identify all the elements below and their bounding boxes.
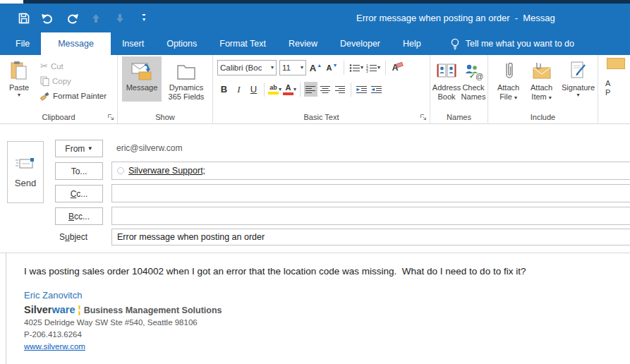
tab-help[interactable]: Help [392,32,432,55]
save-button[interactable] [17,11,31,25]
names-group-label: Names [430,113,487,121]
subject-label: Subject [59,232,87,242]
window-title: Error message when posting an order - Me… [356,13,555,23]
decrease-indent-icon [356,85,368,94]
font-color-dropdown-arrow: ▾ [293,87,296,92]
check-names-button[interactable]: ✓@ Check Names [460,56,487,102]
tab-file[interactable]: File [0,32,41,55]
from-button[interactable]: From ▼ [55,140,103,157]
cut-icon: ✂ [40,61,48,71]
increase-indent-icon [371,85,382,94]
decrease-indent-button[interactable] [355,82,368,97]
tab-developer[interactable]: Developer [329,32,392,55]
send-icon [15,157,36,171]
undo-button[interactable] [41,11,55,25]
italic-button[interactable]: I [232,82,246,97]
tell-me-box[interactable]: Tell me what you want to do [442,32,581,55]
redo-icon [65,12,79,25]
signature-website-link[interactable]: www.silverw.com [24,342,85,351]
signature-icon [569,59,588,83]
to-field[interactable]: Silverware Support; [111,162,630,180]
message-icon [131,59,153,83]
basic-text-dialog-launcher[interactable] [420,114,428,121]
address-book-icon [436,59,457,83]
check-names-icon: ✓@ [463,59,484,83]
bullets-icon [349,63,361,73]
bold-button[interactable]: B [217,82,231,97]
send-button[interactable]: Send [7,141,44,203]
clear-formatting-button[interactable]: A [391,61,404,75]
bullets-button[interactable]: ▾ [349,61,363,75]
numbering-button[interactable]: 123 ▾ [366,61,380,75]
clipboard-group-label: Clipboard [0,113,117,121]
assign-policy-icon [607,58,625,69]
paste-dropdown-arrow[interactable]: ▾ [18,92,20,98]
basic-text-group: Calibri (Boc ▾ 11 ▾ A▲ A▼ ▾ [213,55,430,124]
svg-text:✓: ✓ [469,72,475,80]
tab-message[interactable]: Message [41,32,111,55]
align-left-icon [305,85,316,94]
paste-icon [10,59,28,83]
paperclip-icon [502,59,515,83]
include-group: Attach File ▾ Attach Item ▾ Signature ▾ [488,55,598,124]
show-group-label: Show [118,113,212,121]
tab-insert[interactable]: Insert [111,32,155,55]
font-color-button[interactable]: A ▾ [283,82,296,97]
attach-item-dropdown-arrow: ▾ [549,95,552,101]
address-book-button[interactable]: Address Book [433,56,460,102]
align-center-button[interactable] [319,82,332,97]
to-button[interactable]: To... [55,162,103,180]
highlight-icon: ab [268,85,279,95]
underline-button[interactable]: U [247,82,260,97]
next-item-button [113,11,127,25]
align-right-button[interactable] [334,82,347,97]
body-left-border [6,253,6,364]
tab-review[interactable]: Review [277,32,329,55]
bcc-field[interactable] [111,207,630,225]
cc-button[interactable]: Cc... [55,185,103,202]
grow-font-button[interactable]: A▲ [309,61,322,75]
highlight-color-button[interactable]: ab ▾ [268,82,281,97]
format-painter-button[interactable]: Format Painter [40,88,107,103]
bcc-button[interactable]: Bcc... [55,207,103,225]
attach-item-icon [531,59,552,83]
highlight-dropdown-arrow: ▾ [279,87,281,92]
subject-field[interactable]: Error message when posting an order [111,229,630,245]
paste-button[interactable]: Paste ▾ [5,56,33,103]
message-body[interactable]: I was posting sales order 104002 when I … [0,253,630,364]
quick-access-toolbar: ▾ [17,9,151,28]
to-recipient[interactable]: Silverware Support; [128,166,205,176]
signature-brand: Silverware¦Business Management Solutions [24,304,222,315]
copy-button: Copy [40,73,107,88]
down-arrow-icon [115,13,125,24]
signature-dropdown-arrow: ▾ [577,92,580,98]
up-arrow-icon [91,13,101,24]
presence-icon [117,167,124,174]
signature-button[interactable]: Signature ▾ [559,56,598,102]
shrink-font-button[interactable]: A▼ [325,61,339,75]
tab-format-text[interactable]: Format Text [208,32,277,55]
clipboard-dialog-launcher[interactable] [107,114,115,121]
signature-phone: P-206.413.6264 [24,330,82,339]
dynamics-365-fields-button[interactable]: Dynamics 365 Fields [164,56,209,102]
attach-item-button[interactable]: Attach Item ▾ [526,56,557,102]
customize-qat-button[interactable]: ▾ [137,11,151,25]
ribbon: Paste ▾ ✂ Cut Copy [0,55,630,124]
font-name-dropdown-arrow: ▾ [271,65,274,71]
redo-button[interactable] [65,11,79,25]
assign-policy-button[interactable]: A P [605,79,630,97]
font-color-icon: A [283,84,293,95]
previous-item-button [89,11,103,25]
cc-field[interactable] [111,184,630,202]
show-message-button[interactable]: Message [122,56,162,102]
font-name-combobox[interactable]: Calibri (Boc ▾ [217,60,277,75]
increase-indent-button[interactable] [370,82,383,97]
include-group-label: Include [488,113,598,121]
attach-file-button[interactable]: Attach File ▾ [492,56,524,102]
svg-text:3: 3 [366,69,368,73]
align-left-button[interactable] [304,82,317,97]
from-value: eric@silverw.com [116,143,183,153]
align-center-icon [320,85,331,94]
font-size-combobox[interactable]: 11 ▾ [279,60,306,75]
tab-options[interactable]: Options [155,32,208,55]
